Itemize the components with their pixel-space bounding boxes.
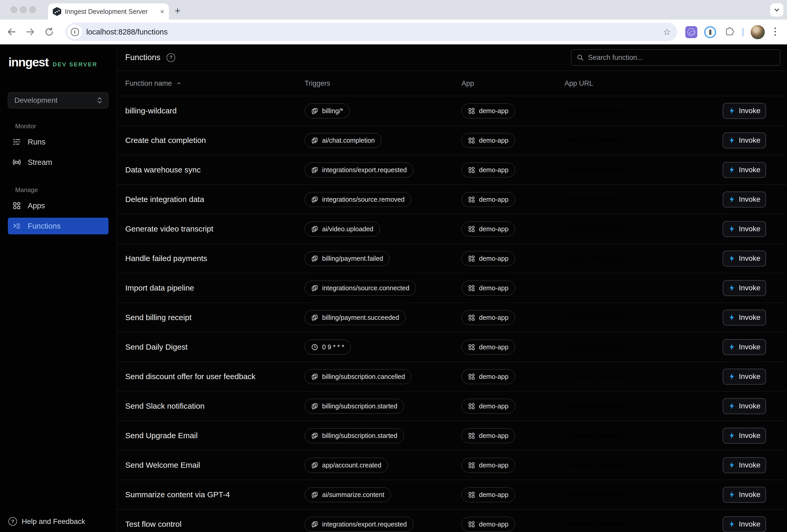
function-name[interactable]: Send discount offer for user feedback <box>125 372 255 381</box>
invoke-button[interactable]: Invoke <box>723 428 766 444</box>
address-bar[interactable]: i localhost:8288/functions ☆ <box>65 23 677 41</box>
app-badge[interactable]: demo-app <box>462 222 515 237</box>
trigger-badge[interactable]: app/account.created <box>304 458 388 473</box>
app-badge[interactable]: demo-app <box>462 428 515 443</box>
trigger-badge[interactable]: integrations/source.connected <box>304 281 416 295</box>
app-url: http://localhost:3030/api/inngest <box>565 108 723 113</box>
invoke-button[interactable]: Invoke <box>723 310 766 326</box>
app-badge[interactable]: demo-app <box>462 104 515 118</box>
page-help-icon[interactable]: ? <box>167 53 175 62</box>
event-icon <box>311 107 318 114</box>
function-name[interactable]: Data warehouse sync <box>125 165 201 174</box>
trigger-badge[interactable]: billing/payment.failed <box>304 251 389 266</box>
invoke-button[interactable]: Invoke <box>723 103 766 119</box>
app-badge[interactable]: demo-app <box>462 251 515 266</box>
trigger-badge[interactable]: integrations/export.requested <box>304 162 413 177</box>
invoke-button[interactable]: Invoke <box>723 221 766 237</box>
tab-close-icon[interactable]: × <box>160 8 164 15</box>
app-badge[interactable]: demo-app <box>462 340 515 355</box>
minimize-window-button[interactable] <box>20 6 27 13</box>
browser-tab[interactable]: Inngest Development Server × <box>48 3 169 20</box>
url-text[interactable]: localhost:8288/functions <box>86 28 663 36</box>
function-name[interactable]: Test flow control <box>125 520 182 529</box>
invoke-label: Invoke <box>739 107 761 115</box>
app-badge[interactable]: demo-app <box>462 281 515 295</box>
tab-search-button[interactable] <box>770 3 783 17</box>
trigger-badge[interactable]: billing/payment.succeeded <box>304 310 406 325</box>
trigger-badge[interactable]: ai/chat.completion <box>304 133 381 148</box>
reload-icon <box>44 27 54 37</box>
lightning-bolt-icon <box>728 285 735 291</box>
trigger-badge[interactable]: integrations/export.requested <box>304 517 413 532</box>
search-input[interactable] <box>588 53 775 62</box>
app-badge[interactable]: demo-app <box>462 487 515 502</box>
zoom-window-button[interactable] <box>29 6 36 13</box>
invoke-button[interactable]: Invoke <box>723 339 766 355</box>
extension-icon[interactable] <box>685 26 697 38</box>
close-window-button[interactable] <box>10 6 17 13</box>
invoke-button[interactable]: Invoke <box>723 162 766 178</box>
forward-button[interactable] <box>25 26 36 38</box>
extensions-puzzle-icon[interactable] <box>723 26 735 38</box>
app-icon <box>468 491 475 498</box>
function-name[interactable]: Send Upgrade Email <box>125 431 198 440</box>
site-info-button[interactable]: i <box>67 25 82 39</box>
sidebar-item-functions[interactable]: Functions <box>8 218 108 235</box>
browser-menu-button[interactable] <box>773 26 777 37</box>
app-badge[interactable]: demo-app <box>462 369 515 384</box>
app-badge[interactable]: demo-app <box>462 458 515 473</box>
app-badge[interactable]: demo-app <box>462 517 515 532</box>
reload-button[interactable] <box>43 26 55 38</box>
app-badge[interactable]: demo-app <box>462 162 515 177</box>
help-and-feedback[interactable]: ? Help and Feedback <box>8 517 85 526</box>
invoke-button[interactable]: Invoke <box>723 192 766 207</box>
profile-avatar[interactable] <box>751 25 765 39</box>
trigger-badge[interactable]: billing/subscription.started <box>304 428 404 443</box>
trigger-badge[interactable]: billing/subscription.started <box>304 399 404 414</box>
sidebar-item-runs[interactable]: Runs <box>8 134 108 150</box>
function-name[interactable]: Handle failed payments <box>125 254 207 263</box>
trigger-badge[interactable]: 0 9 * * * <box>304 340 351 355</box>
invoke-button[interactable]: Invoke <box>723 398 766 414</box>
invoke-button[interactable]: Invoke <box>723 487 766 503</box>
function-name[interactable]: Summarize content via GPT-4 <box>125 490 230 499</box>
environment-select[interactable]: Development <box>8 92 108 108</box>
page-header: Functions ? <box>116 44 787 71</box>
function-name[interactable]: Send Welcome Email <box>125 461 200 469</box>
function-name[interactable]: Create chat completion <box>125 136 206 145</box>
app-badge[interactable]: demo-app <box>462 310 515 325</box>
app-badge-label: demo-app <box>479 196 509 203</box>
function-name[interactable]: Delete integration data <box>125 195 204 204</box>
invoke-button[interactable]: Invoke <box>723 280 766 296</box>
app-badge[interactable]: demo-app <box>462 399 515 414</box>
function-name[interactable]: billing-wildcard <box>125 106 177 115</box>
search-box[interactable] <box>571 49 780 66</box>
trigger-badge[interactable]: integrations/source.removed <box>304 192 411 207</box>
app-badge[interactable]: demo-app <box>462 133 515 148</box>
invoke-button[interactable]: Invoke <box>723 132 766 149</box>
password-manager-icon[interactable] <box>704 26 716 38</box>
invoke-button[interactable]: Invoke <box>723 250 766 267</box>
invoke-button[interactable]: Invoke <box>723 457 766 473</box>
invoke-button[interactable]: Invoke <box>723 369 766 385</box>
sidebar-item-apps[interactable]: Apps <box>8 197 108 214</box>
invoke-button[interactable]: Invoke <box>723 516 766 532</box>
new-tab-button[interactable]: + <box>175 6 180 16</box>
back-button[interactable] <box>6 26 17 38</box>
function-name[interactable]: Send Daily Digest <box>125 342 188 351</box>
function-name[interactable]: Import data pipeline <box>125 284 194 292</box>
bookmark-star-icon[interactable]: ☆ <box>663 27 671 36</box>
column-app-url: App URL <box>565 80 787 88</box>
function-name[interactable]: Send Slack notification <box>125 402 205 411</box>
trigger-badge[interactable]: ai/summarize.content <box>304 487 391 502</box>
sort-ascending-icon[interactable] <box>176 81 182 86</box>
trigger-badge[interactable]: billing/subscription.cancelled <box>304 369 411 384</box>
column-function-name[interactable]: Function name <box>125 80 172 88</box>
function-name[interactable]: Send billing receipt <box>125 313 192 322</box>
app-badge[interactable]: demo-app <box>462 192 515 207</box>
sidebar-item-stream[interactable]: Stream <box>8 154 108 171</box>
trigger-badge[interactable]: billing/* <box>304 104 350 118</box>
event-icon <box>311 137 318 144</box>
function-name[interactable]: Generate video transcript <box>125 224 213 233</box>
trigger-badge[interactable]: ai/video.uploaded <box>304 222 380 237</box>
